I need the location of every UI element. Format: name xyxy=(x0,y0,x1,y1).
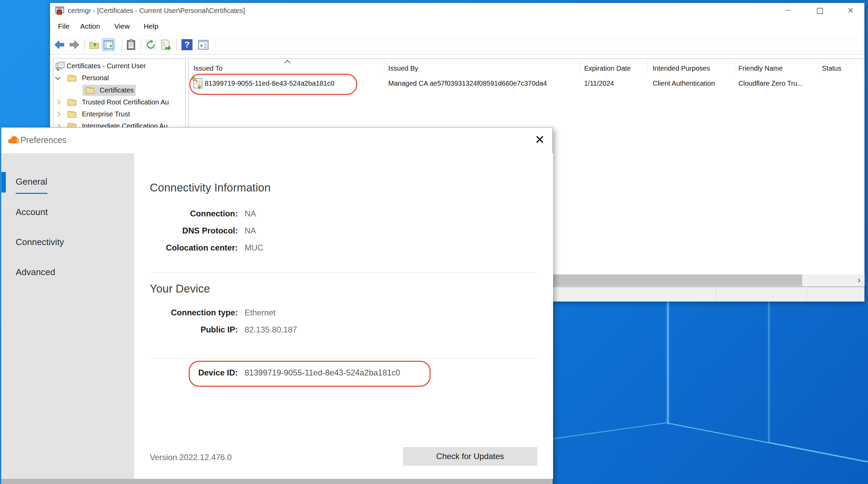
certmgr-app-icon xyxy=(55,6,64,16)
wallpaper-light-beam xyxy=(667,302,668,423)
public-ip-value: 82.135.80.187 xyxy=(245,325,297,334)
certmgr-toolbar: ? xyxy=(50,35,864,55)
column-header-friendly-name[interactable]: Friendly Name xyxy=(738,65,783,72)
column-divider[interactable] xyxy=(580,60,580,74)
dns-protocol-row: DNS Protocol:NA xyxy=(150,226,256,236)
wallpaper-light-beam xyxy=(768,442,868,462)
statusbar-section-divider xyxy=(716,288,716,300)
minimize-button[interactable]: − xyxy=(777,3,799,17)
check-for-updates-button[interactable]: Check for Updates xyxy=(403,447,537,466)
menu-view[interactable]: View xyxy=(114,22,130,30)
menu-action[interactable]: Action xyxy=(80,22,100,30)
preferences-dialog: Preferences × General Account Connectivi… xyxy=(1,127,553,484)
maximize-button[interactable] xyxy=(808,3,830,17)
cell-friendly-name: Cloudflare Zero Tru... xyxy=(738,80,803,87)
section-divider xyxy=(150,272,537,273)
dialog-bottom-edge xyxy=(1,479,552,484)
clipboard-icon xyxy=(126,39,136,50)
chevron-right-icon[interactable] xyxy=(55,100,61,105)
dns-protocol-label: DNS Protocol: xyxy=(150,226,238,236)
certificates-root-icon xyxy=(55,61,65,71)
column-divider[interactable] xyxy=(647,60,648,74)
new-window-icon xyxy=(198,40,209,50)
public-ip-label: Public IP: xyxy=(150,325,238,334)
preferences-main: Connectivity Information Connection:NA D… xyxy=(134,153,553,479)
annotation-oval-device-id xyxy=(189,361,431,387)
screen: certmgr - [Certificates - Current User\P… xyxy=(0,0,868,484)
back-button[interactable] xyxy=(53,38,66,51)
refresh-icon xyxy=(145,39,156,50)
preferences-close-button[interactable]: × xyxy=(530,129,550,150)
export-list-button[interactable] xyxy=(159,38,172,51)
export-list-icon xyxy=(160,39,171,50)
tree-item-label: Personal xyxy=(82,74,109,82)
chevron-right-icon[interactable] xyxy=(55,112,61,117)
up-folder-icon xyxy=(89,39,100,50)
cloudflare-logo-icon xyxy=(8,136,19,144)
column-header-status[interactable]: Status xyxy=(822,65,841,72)
tree-item-root[interactable]: Certificates - Current User xyxy=(53,60,185,72)
show-console-tree-icon xyxy=(103,40,114,50)
scroll-right-arrow[interactable]: › xyxy=(854,274,864,286)
certmgr-titlebar: certmgr - [Certificates - Current User\P… xyxy=(50,3,864,18)
folder-icon xyxy=(85,86,95,94)
preferences-sidebar: General Account Connectivity Advanced xyxy=(1,153,134,484)
sidebar-item-account[interactable]: Account xyxy=(16,207,48,217)
sidebar-item-advanced[interactable]: Advanced xyxy=(16,267,55,277)
folder-icon xyxy=(67,98,77,106)
sidebar-item-general[interactable]: General xyxy=(16,176,47,187)
menu-help[interactable]: Help xyxy=(144,22,158,30)
tree-item-personal[interactable]: Personal xyxy=(53,72,185,84)
folder-icon xyxy=(67,110,77,118)
column-header-issued-to[interactable]: Issued To xyxy=(193,65,222,72)
new-window-button[interactable] xyxy=(197,38,210,51)
forward-icon xyxy=(69,39,80,50)
connection-type-value: Ethernet xyxy=(245,308,276,317)
column-divider[interactable] xyxy=(735,60,735,74)
wallpaper-light-beam xyxy=(667,423,868,462)
sidebar-item-connectivity[interactable]: Connectivity xyxy=(16,237,64,247)
tree-item-certificates[interactable]: Certificates xyxy=(53,85,185,96)
colocation-center-value: MUC xyxy=(245,243,263,252)
toolbar-separator xyxy=(122,39,122,51)
help-icon: ? xyxy=(182,39,192,50)
cell-issued-by: Managed CA ae57f03931324f08591d660e7c370… xyxy=(388,80,547,87)
chevron-down-icon[interactable] xyxy=(55,75,61,80)
folder-icon xyxy=(67,74,77,82)
connection-label: Connection: xyxy=(150,209,238,218)
forward-button[interactable] xyxy=(68,38,81,51)
column-header-issued-by[interactable]: Issued By xyxy=(388,65,418,72)
connection-value: NA xyxy=(245,209,256,218)
tree-item-label: Certificates xyxy=(100,86,134,94)
certmgr-menubar: File Action View Help xyxy=(50,18,864,35)
dns-protocol-value: NA xyxy=(245,226,256,235)
column-divider[interactable] xyxy=(864,60,864,74)
column-divider[interactable] xyxy=(818,60,819,74)
close-button[interactable]: × xyxy=(840,3,862,17)
column-header-intended-purposes[interactable]: Intended Purposes xyxy=(653,65,710,72)
up-folder-button[interactable] xyxy=(88,38,101,51)
menu-file[interactable]: File xyxy=(58,22,70,30)
sort-ascending-icon xyxy=(284,60,290,66)
annotation-oval-issued-to xyxy=(189,74,357,95)
tree-item-label: Certificates - Current User xyxy=(67,62,146,70)
column-header-expiration-date[interactable]: Expiration Date xyxy=(584,65,631,72)
back-icon xyxy=(54,39,65,50)
tree-item-trusted-root[interactable]: Trusted Root Certification Au xyxy=(53,97,185,108)
toolbar-separator xyxy=(141,39,141,51)
connection-type-label: Connection type: xyxy=(150,308,238,317)
column-divider[interactable] xyxy=(384,60,385,74)
tree-item-label: Trusted Root Certification Au xyxy=(82,98,169,106)
refresh-button[interactable] xyxy=(144,38,157,51)
tree-item-label: Enterprise Trust xyxy=(82,110,130,118)
wallpaper-light-beam xyxy=(553,422,668,439)
version-text: Version 2022.12.476.0 xyxy=(150,453,232,462)
help-button[interactable]: ? xyxy=(180,38,193,51)
maximize-icon xyxy=(817,8,823,14)
active-tab-indicator xyxy=(1,172,6,193)
tree-item-enterprise-trust[interactable]: Enterprise Trust xyxy=(53,109,185,120)
clipboard-button[interactable] xyxy=(125,38,138,51)
colocation-center-row: Colocation center:MUC xyxy=(150,243,263,253)
connectivity-information-heading: Connectivity Information xyxy=(150,181,271,194)
show-console-tree-button[interactable] xyxy=(102,38,115,51)
